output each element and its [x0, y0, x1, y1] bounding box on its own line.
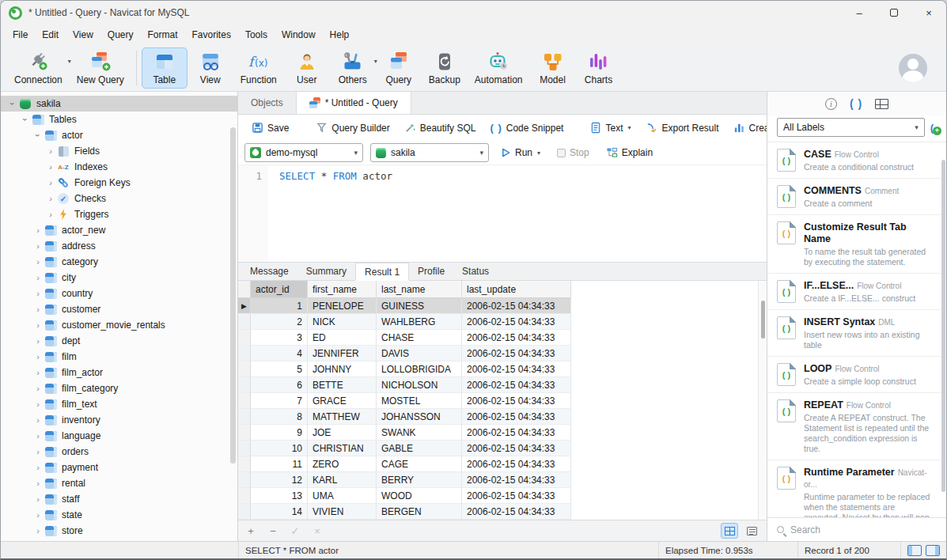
cell-actor-id[interactable]: 8: [251, 409, 308, 425]
sql-editor[interactable]: 1 SELECT * FROM actor: [238, 165, 767, 262]
cell-last-update[interactable]: 2006-02-15 04:34:33: [462, 361, 571, 377]
tree-item-foreign-keys[interactable]: ›Foreign Keys: [1, 175, 237, 191]
charts-toolbar-button[interactable]: Charts: [576, 47, 622, 89]
export-result-button[interactable]: Export Result: [640, 119, 725, 137]
chevron-collapsed-icon[interactable]: ›: [36, 225, 40, 235]
table-row[interactable]: 5JOHNNYLOLLOBRIGIDA2006-02-15 04:34:33: [238, 361, 767, 377]
editor-code[interactable]: SELECT * FROM actor: [268, 165, 767, 262]
model-toolbar-button[interactable]: Model: [530, 47, 576, 89]
cell-last-update[interactable]: 2006-02-15 04:34:33: [462, 472, 571, 488]
tree-item-city[interactable]: ›city: [1, 270, 237, 286]
automation-toolbar-button[interactable]: Automation: [468, 47, 530, 89]
tree-item-film-text[interactable]: ›film_text: [1, 396, 237, 412]
cell-last-update[interactable]: 2006-02-15 04:34:33: [462, 330, 571, 346]
minimize-button[interactable]: –: [842, 1, 877, 25]
row-selector[interactable]: [238, 393, 251, 409]
cell-last-name[interactable]: WAHLBERG: [377, 314, 462, 330]
cell-first-name[interactable]: MATTHEW: [308, 409, 377, 425]
row-selector[interactable]: ▶: [238, 298, 251, 314]
cell-first-name[interactable]: CHRISTIAN: [308, 441, 377, 456]
result-tab-profile[interactable]: Profile: [409, 262, 453, 280]
table-structure-icon[interactable]: [875, 99, 888, 109]
chevron-collapsed-icon[interactable]: ›: [36, 431, 40, 441]
code-snippet-button[interactable]: ( ) Code Snippet: [484, 119, 569, 137]
cell-last-update[interactable]: 2006-02-15 04:34:33: [462, 346, 571, 361]
tree-item-film-actor[interactable]: ›film_actor: [1, 365, 237, 380]
tree-item-language[interactable]: ›language: [1, 428, 237, 444]
cell-last-name[interactable]: CAGE: [377, 456, 462, 472]
grid-scrollbar-thumb[interactable]: [761, 301, 765, 339]
row-selector[interactable]: [238, 456, 251, 472]
row-selector[interactable]: [238, 361, 251, 377]
tab-objects[interactable]: Objects: [238, 91, 296, 114]
chevron-collapsed-icon[interactable]: ›: [36, 526, 40, 535]
cell-actor-id[interactable]: 6: [251, 377, 308, 393]
menu-format[interactable]: Format: [141, 27, 185, 43]
tree-item-film-category[interactable]: ›film_category: [1, 380, 237, 396]
column-header-actor-id[interactable]: actor_id: [251, 281, 308, 298]
tree-item-item[interactable]: [1, 539, 237, 541]
cell-first-name[interactable]: UMA: [308, 488, 377, 504]
snippet-loop[interactable]: ( )LOOPFlow ControlCreate a simple loop …: [767, 357, 946, 393]
add-snippet-button[interactable]: (: [930, 122, 940, 134]
cell-last-update[interactable]: 2006-02-15 04:34:33: [462, 456, 571, 472]
snippet-case[interactable]: ( )CASEFlow ControlCreate a conditional …: [767, 142, 946, 179]
menu-window[interactable]: Window: [275, 27, 323, 43]
menu-help[interactable]: Help: [323, 27, 357, 43]
chevron-expanded-icon[interactable]: ›: [33, 134, 43, 137]
cell-last-update[interactable]: 2006-02-15 04:34:33: [462, 425, 571, 441]
info-icon[interactable]: i: [825, 98, 837, 110]
row-selector[interactable]: [238, 330, 251, 346]
table-toolbar-button[interactable]: Table: [142, 47, 188, 89]
cell-last-update[interactable]: 2006-02-15 04:34:33: [462, 314, 571, 330]
cell-last-name[interactable]: CHASE: [377, 330, 462, 346]
cell-last-name[interactable]: SWANK: [377, 425, 462, 441]
chevron-collapsed-icon[interactable]: ›: [49, 162, 52, 172]
snippet-runtime-parameter[interactable]: ( )Runtime ParameterNavicat-or...Runtime…: [767, 460, 946, 517]
add-record-button[interactable]: +: [244, 525, 257, 537]
cell-first-name[interactable]: JOE: [308, 425, 377, 441]
menu-query[interactable]: Query: [100, 27, 141, 43]
chevron-collapsed-icon[interactable]: ›: [36, 368, 40, 377]
result-tab-result-1[interactable]: Result 1: [355, 263, 409, 281]
tree-item-customer-movie-rentals[interactable]: ›customer_movie_rentals: [1, 317, 237, 333]
connection-select[interactable]: demo-mysql ▾: [244, 143, 363, 162]
snippet-repeat[interactable]: ( )REPEATFlow ControlCreate A REPEAT con…: [767, 393, 946, 460]
row-selector[interactable]: [238, 377, 251, 393]
cell-last-name[interactable]: GABLE: [377, 441, 462, 456]
column-header-last-update[interactable]: last_update: [462, 281, 571, 298]
tree-item-orders[interactable]: ›orders: [1, 444, 237, 460]
chevron-collapsed-icon[interactable]: ›: [49, 210, 52, 219]
tree-item-sakila[interactable]: ›sakila: [1, 96, 237, 112]
user-avatar[interactable]: [899, 54, 927, 82]
cell-actor-id[interactable]: 13: [251, 488, 308, 504]
tree-item-checks[interactable]: ›✓Checks: [1, 191, 237, 206]
cell-actor-id[interactable]: 7: [251, 393, 308, 409]
column-header-first-name[interactable]: first_name: [308, 281, 377, 298]
cell-last-name[interactable]: WOOD: [377, 488, 462, 504]
tree-item-tables[interactable]: ›Tables: [1, 112, 237, 127]
chevron-collapsed-icon[interactable]: ›: [36, 494, 40, 504]
table-row[interactable]: 11ZEROCAGE2006-02-15 04:34:33: [238, 456, 767, 472]
chevron-collapsed-icon[interactable]: ›: [36, 399, 40, 409]
tree-item-inventory[interactable]: ›inventory: [1, 412, 237, 428]
snippet-if-else[interactable]: ( )IF...ELSE...Flow ControlCreate a IF..…: [767, 274, 946, 310]
result-grid[interactable]: actor_idfirst_namelast_namelast_update▶1…: [238, 281, 767, 520]
cell-last-name[interactable]: JOHANSSON: [377, 409, 462, 425]
tree-item-address[interactable]: ›address: [1, 238, 237, 254]
chevron-expanded-icon[interactable]: ›: [8, 102, 17, 105]
new-query-toolbar-button[interactable]: New Query: [70, 47, 131, 89]
tree-scrollbar[interactable]: [230, 127, 236, 464]
user-toolbar-button[interactable]: User: [284, 47, 330, 89]
delete-record-button[interactable]: −: [267, 525, 279, 537]
menu-favorites[interactable]: Favorites: [185, 27, 238, 43]
query-toolbar-button[interactable]: Query: [376, 47, 422, 89]
snippet-scrollbar[interactable]: [941, 160, 945, 492]
chevron-collapsed-icon[interactable]: ›: [36, 415, 40, 425]
save-button[interactable]: Save: [246, 119, 294, 137]
view-toolbar-button[interactable]: View: [188, 47, 233, 89]
cell-first-name[interactable]: ZERO: [308, 456, 377, 472]
tab-untitled-query[interactable]: * Untitled - Query: [296, 91, 411, 114]
table-row[interactable]: 4JENNIFERDAVIS2006-02-15 04:34:33: [238, 346, 767, 361]
table-row[interactable]: 13UMAWOOD2006-02-15 04:34:33: [238, 488, 767, 504]
